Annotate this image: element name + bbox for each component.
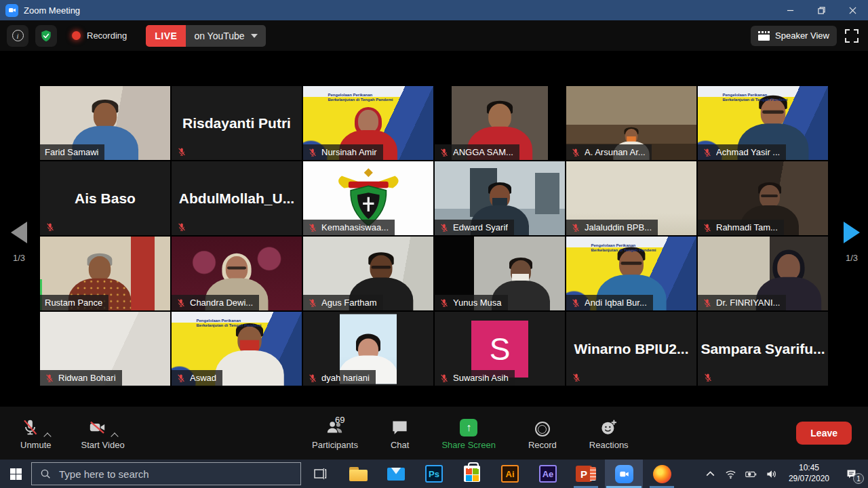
chat-button[interactable]: Chat xyxy=(391,416,409,450)
participant-tile[interactable]: Chandra Dewi... xyxy=(172,237,302,310)
taskbar-app-after-effects[interactable]: Ae xyxy=(529,460,567,488)
reactions-label: Reactions xyxy=(589,440,629,450)
participant-tile[interactable]: Risdayanti Putri xyxy=(172,86,302,160)
participant-tile[interactable]: A. Arsunan Ar... xyxy=(566,86,696,160)
participant-tile[interactable]: Rustam Pance xyxy=(40,237,170,310)
taskbar-app-powerpoint[interactable]: P xyxy=(567,460,605,488)
action-center-button[interactable]: 1 xyxy=(841,464,861,484)
after-effects-icon: Ae xyxy=(539,465,557,483)
participant-tile[interactable]: Winarno BPIU2... xyxy=(566,312,696,386)
muted-mic-icon xyxy=(439,298,449,308)
task-view-button[interactable] xyxy=(301,460,339,488)
muted-mic-icon xyxy=(308,298,317,308)
muted-mic-icon xyxy=(308,373,317,383)
security-button[interactable] xyxy=(35,25,57,47)
participant-name: Agus Fartham xyxy=(321,298,377,308)
muted-mic-icon xyxy=(45,222,55,232)
unmute-button[interactable]: Unmute xyxy=(20,416,52,450)
muted-mic-icon xyxy=(176,373,186,383)
participant-tile[interactable]: Edward Syarif xyxy=(435,161,565,235)
search-placeholder: Type here to search xyxy=(59,468,149,480)
restore-button[interactable] xyxy=(806,0,837,20)
taskbar-app-file-explorer[interactable] xyxy=(339,460,377,488)
minimize-button[interactable] xyxy=(774,0,806,20)
participant-name: ANGGA SAM... xyxy=(453,147,513,157)
taskbar-app-photoshop[interactable]: Ps xyxy=(415,460,453,488)
photoshop-icon: Ps xyxy=(425,465,443,483)
muted-mic-icon xyxy=(45,373,54,383)
page-indicator-left: 1/3 xyxy=(13,253,25,263)
wifi-icon[interactable] xyxy=(725,468,736,480)
participant-tile[interactable]: AbdulMollah_U... xyxy=(172,161,302,235)
task-view-icon xyxy=(313,467,327,481)
mail-icon xyxy=(387,468,405,481)
participant-tile[interactable]: Agus Fartham xyxy=(303,237,433,310)
live-badge: LIVE xyxy=(146,25,186,47)
taskbar-app-illustrator[interactable]: Ai xyxy=(491,460,529,488)
window-titlebar: Zoom Meeting xyxy=(0,0,868,20)
start-video-button[interactable]: Start Video xyxy=(81,416,125,450)
mic-options-chevron-icon[interactable] xyxy=(44,432,52,440)
participant-tile[interactable]: Pengelolaan Perikanan Berkelanjutan di T… xyxy=(303,86,433,160)
participant-tile[interactable]: Pengelolaan Perikanan Berkelanjutan di T… xyxy=(566,237,696,310)
participant-tile[interactable]: dyah hariani xyxy=(303,312,433,386)
chevron-up-icon[interactable] xyxy=(705,468,716,480)
meeting-info-button[interactable]: i xyxy=(7,25,28,47)
reactions-button[interactable]: Reactions xyxy=(589,416,629,450)
name-label: A. Arsunan Ar... xyxy=(566,144,652,160)
participant-tile[interactable]: ANGGA SAM... xyxy=(435,86,565,160)
participants-button[interactable]: 69 Participants xyxy=(312,416,358,450)
close-button[interactable] xyxy=(837,0,868,20)
name-label: Edward Syarif xyxy=(435,220,514,235)
live-destination[interactable]: on YouTube xyxy=(186,25,265,47)
participant-tile[interactable]: Ridwan Bohari xyxy=(40,312,170,386)
participant-name: Edward Syarif xyxy=(453,222,508,232)
next-page-control[interactable]: 1/3 xyxy=(844,222,860,263)
muted-mic-icon xyxy=(308,148,317,157)
name-label: Kemahasiswaa... xyxy=(303,220,395,235)
record-button[interactable]: Record xyxy=(528,416,557,450)
muted-mic-icon xyxy=(21,418,39,436)
muted-mic-icon xyxy=(439,148,449,157)
taskbar-search-input[interactable]: Type here to search xyxy=(31,462,301,485)
share-screen-button[interactable]: ↑ Share Screen xyxy=(441,416,496,450)
battery-plug-icon[interactable] xyxy=(745,468,757,480)
participant-tile[interactable]: Rahmadi Tam... xyxy=(698,161,828,235)
volume-icon[interactable] xyxy=(766,468,777,480)
speaker-view-button[interactable]: Speaker View xyxy=(751,26,837,46)
participant-tile[interactable]: Kemahasiswaa... xyxy=(303,161,433,235)
participant-tile[interactable]: Pengelolaan Perikanan Berkelanjutan di T… xyxy=(698,86,828,160)
participant-tile[interactable]: Sampara Syarifu... xyxy=(698,312,828,386)
taskbar-app-microsoft-store[interactable] xyxy=(453,460,491,488)
taskbar-app-zoom[interactable] xyxy=(605,460,643,488)
participant-tile[interactable]: SSuwarsih Asih xyxy=(435,312,565,386)
muted-mic-icon xyxy=(177,222,186,232)
mute-indicator xyxy=(698,369,718,386)
video-options-chevron-icon[interactable] xyxy=(111,432,118,440)
participant-tile[interactable]: Ais Baso xyxy=(40,161,170,235)
participant-tile[interactable]: Jalaluddin BPB... xyxy=(566,161,696,235)
participant-tile[interactable]: Pengelolaan Perikanan Berkelanjutan di T… xyxy=(172,312,302,386)
participant-tile[interactable]: Yunus Musa xyxy=(435,237,565,310)
start-button[interactable] xyxy=(0,460,31,488)
recording-label: Recording xyxy=(87,30,127,41)
taskbar-clock[interactable]: 10:45 29/07/2020 xyxy=(789,463,829,484)
taskbar-app-firefox[interactable] xyxy=(643,460,681,488)
fullscreen-icon[interactable] xyxy=(845,29,859,43)
participant-name: Suwarsih Asih xyxy=(453,373,509,383)
zoom-app-icon xyxy=(5,4,18,17)
live-stream-control[interactable]: LIVE on YouTube xyxy=(146,25,265,47)
prev-page-arrow-icon[interactable] xyxy=(11,222,27,243)
leave-button[interactable]: Leave xyxy=(796,422,852,445)
avatar: S xyxy=(471,321,528,378)
next-page-arrow-icon[interactable] xyxy=(844,222,860,243)
participant-tile[interactable]: Farid Samawi xyxy=(40,86,170,160)
previous-page-control[interactable]: 1/3 xyxy=(11,222,27,263)
name-label: Chandra Dewi... xyxy=(172,295,259,310)
participant-tile[interactable]: Dr. FINRIYANI... xyxy=(698,237,828,310)
muted-mic-icon xyxy=(571,223,580,232)
unmute-label: Unmute xyxy=(20,440,52,450)
taskbar-app-mail[interactable] xyxy=(377,460,415,488)
participant-name: Ridwan Bohari xyxy=(58,373,116,383)
recording-indicator: Recording xyxy=(72,30,127,41)
